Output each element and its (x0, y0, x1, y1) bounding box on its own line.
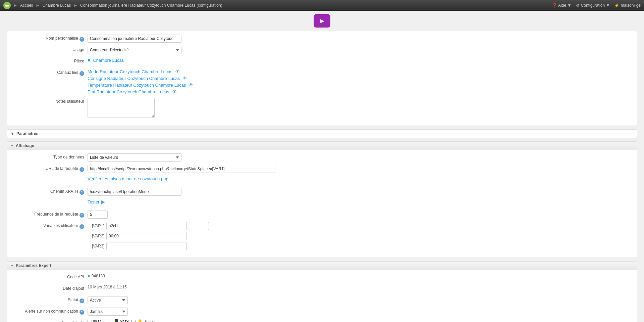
main-content: ▶ Nom personnalisé ? Usage Compteur d'él… (0, 11, 644, 322)
breadcrumb-accueil[interactable]: Accueil (20, 3, 33, 8)
notes-value (88, 98, 630, 118)
url-requete-value (88, 165, 630, 173)
mail-label: Mail (98, 319, 105, 322)
expert-body: Code API ● 948133 Date d'ajout 10 Mars 2… (7, 270, 637, 322)
frequence-row: Fréquence de la requête ? (14, 211, 630, 219)
expert-header[interactable]: ▼ Paramètres Expert (7, 262, 637, 270)
url-requete-input[interactable] (88, 165, 275, 173)
aide-button[interactable]: ❓ Aide ▼ (552, 3, 571, 8)
type-donnees-select[interactable]: Liste de valeurs (88, 153, 181, 162)
code-api-label: Code API (14, 273, 88, 279)
alerte-select[interactable]: Jamais 1 heure (88, 308, 128, 316)
parametres-header[interactable]: ▼ Paramètres (10, 131, 634, 136)
verifier-link[interactable]: Vérifier les mises à jour de cozytouch.p… (88, 176, 168, 181)
type-alerte-label: Type d'alerte (14, 319, 88, 322)
nom-personnalise-help-icon[interactable]: ? (79, 37, 84, 42)
canal-4-link[interactable]: Etat Radiateur Cozytouch Chambre Lucas (88, 89, 169, 94)
var3-label: [VAR3] (88, 244, 104, 248)
canal-1-eye-icon[interactable]: 👁 (175, 69, 180, 74)
piece-icon: ■ (88, 57, 90, 63)
statut-help-icon[interactable]: ? (79, 298, 84, 303)
push-checkbox[interactable] (131, 320, 136, 322)
var3-input[interactable] (106, 242, 187, 250)
type-alerte-value: ✉ Mail 📱 SMS 🔔 Push (88, 319, 630, 322)
breadcrumb-chambre[interactable]: Chambre Lucas (42, 3, 71, 8)
canal-3-eye-icon[interactable]: 👁 (189, 82, 193, 88)
var1-input[interactable] (106, 222, 187, 230)
type-alerte-row: Type d'alerte ✉ Mail 📱 SMS (14, 319, 630, 322)
xpath-input[interactable] (88, 188, 181, 196)
tester-value: Tester ▶ (88, 199, 630, 204)
xpath-value (88, 188, 630, 196)
canal-1-link[interactable]: Mode Radiateur Cozytouch Chambre Lucas (88, 69, 172, 74)
user-button[interactable]: ⚡ maisonFge (614, 3, 641, 8)
topbar: ee ► Accueil ► Chambre Lucas ► Consommat… (0, 0, 644, 11)
alerte-help-icon[interactable]: ? (79, 310, 84, 315)
url-requete-label: URL de la requête ? (14, 165, 88, 172)
piece-link[interactable]: Chambre Lucas (93, 58, 124, 63)
tester-link[interactable]: Tester (88, 199, 99, 204)
statut-value: Activé Désactivé (88, 296, 630, 304)
verifier-label-empty (14, 176, 88, 178)
affichage-section-label: Affichage (16, 143, 34, 148)
mail-checkbox-item: ✉ Mail (88, 319, 105, 322)
var1-label: [VAR1] (88, 224, 104, 228)
var2-row: [VAR2] (88, 232, 630, 240)
canaux-help-icon[interactable]: ? (79, 71, 84, 76)
type-donnees-label: Type de données (14, 153, 88, 159)
xpath-help-icon[interactable]: ? (79, 190, 84, 195)
expert-section-label: Paramètres Expert (16, 263, 51, 268)
top-form-area: Nom personnalisé ? Usage Compteur d'élec… (7, 31, 637, 126)
configuration-button[interactable]: ⚙ Configuration ▼ (576, 3, 610, 8)
var3-row: [VAR3] (88, 242, 630, 250)
frequence-help-icon[interactable]: ? (79, 213, 84, 218)
logo[interactable]: ee (3, 2, 11, 9)
alerte-value: Jamais 1 heure (88, 308, 630, 316)
var2-label: [VAR2] (88, 234, 104, 238)
affichage-body: Type de données Liste de valeurs URL de … (7, 150, 637, 258)
variables-row: Variables utilisateur ? [VAR1] [VAR2] [V… (14, 222, 630, 251)
canal-2: Consigne Radiateur Cozytouch Chambre Luc… (88, 76, 630, 81)
frequence-input[interactable] (88, 211, 108, 219)
verifier-row: Vérifier les mises à jour de cozytouch.p… (14, 176, 630, 185)
var1-extra-input[interactable] (189, 222, 209, 230)
type-donnees-value: Liste de valeurs (88, 153, 630, 162)
canal-2-link[interactable]: Consigne Radiateur Cozytouch Chambre Luc… (88, 76, 180, 81)
topbar-right: ❓ Aide ▼ ⚙ Configuration ▼ ⚡ maisonFge (552, 3, 641, 8)
sms-checkbox[interactable] (108, 320, 112, 322)
sms-icon: 📱 (113, 319, 119, 322)
expert-collapse-icon: ▼ (10, 264, 14, 268)
canal-2-eye-icon[interactable]: 👁 (182, 76, 187, 81)
sms-checkbox-item: 📱 SMS (108, 319, 129, 322)
code-api-text: 948133 (92, 274, 105, 278)
var2-input[interactable] (106, 232, 187, 240)
date-ajout-value: 10 Mars 2018 à 11:15 (88, 285, 630, 289)
canaux-list: Mode Radiateur Cozytouch Chambre Lucas 👁… (88, 69, 630, 95)
variables-help-icon[interactable]: ? (79, 224, 84, 229)
canal-3-link[interactable]: Température Radiateur Cozytouch Chambre … (88, 83, 186, 88)
canal-1: Mode Radiateur Cozytouch Chambre Lucas 👁 (88, 69, 630, 74)
type-donnees-row: Type de données Liste de valeurs (14, 153, 630, 162)
canal-4-eye-icon[interactable]: 👁 (172, 89, 177, 94)
affichage-header[interactable]: ▼ Affichage (7, 142, 637, 150)
piece-value: ■ Chambre Lucas (88, 57, 630, 63)
usage-row: Usage Compteur d'électricité (14, 46, 630, 55)
frequence-value (88, 211, 630, 219)
mail-checkbox[interactable] (88, 320, 92, 322)
device-icon: ▶ (314, 14, 330, 28)
alerte-label: Alerte sur non communication ? (14, 308, 88, 315)
variables-label: Variables utilisateur ? (14, 222, 88, 229)
code-api-value: ● 948133 (88, 273, 630, 278)
frequence-label: Fréquence de la requête ? (14, 211, 88, 218)
usage-value: Compteur d'électricité (88, 46, 630, 54)
nom-personnalise-input[interactable] (88, 35, 181, 43)
usage-select[interactable]: Compteur d'électricité (88, 46, 181, 54)
url-requete-row: URL de la requête ? (14, 165, 630, 174)
notes-textarea[interactable] (88, 98, 155, 118)
url-requete-help-icon[interactable]: ? (79, 167, 84, 172)
parametres-section: ▼ Paramètres (7, 129, 637, 138)
device-icon-row: ▶ (7, 14, 637, 28)
statut-select[interactable]: Activé Désactivé (88, 296, 128, 304)
mail-icon: ✉ (93, 319, 97, 322)
tester-icon: ▶ (101, 199, 105, 204)
